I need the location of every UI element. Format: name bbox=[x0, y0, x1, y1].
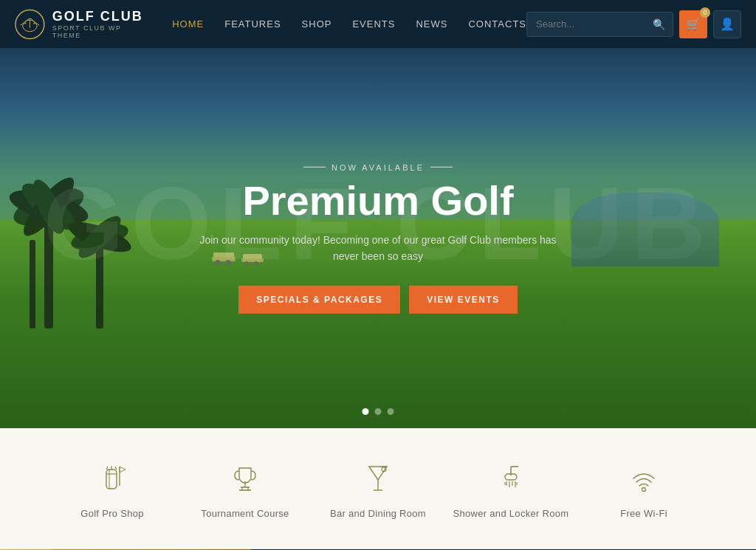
golf-bag-icon bbox=[92, 458, 133, 499]
search-input[interactable] bbox=[527, 13, 645, 35]
hero-title: Premium Golf bbox=[193, 177, 563, 223]
user-button[interactable]: 👤 bbox=[713, 10, 741, 38]
hero-section: GOLF CLUB NOW AVAILABLE Premium Golf Joi… bbox=[0, 48, 756, 428]
hero-description: Join our community today! Becoming one o… bbox=[193, 232, 563, 265]
hero-content: NOW AVAILABLE Premium Golf Join our comm… bbox=[193, 162, 563, 313]
svg-marker-26 bbox=[120, 467, 126, 472]
nav-features[interactable]: FEATURES bbox=[224, 18, 281, 30]
nav-home[interactable]: HOME bbox=[172, 18, 204, 30]
feature-golf-pro-shop[interactable]: Golf Pro Shop bbox=[46, 458, 179, 519]
logo-icon bbox=[15, 9, 45, 40]
wifi-icon bbox=[623, 458, 664, 499]
logo: GOLF CLUB SPORT CLUB WP THEME bbox=[15, 9, 150, 40]
trophy-icon bbox=[224, 458, 266, 499]
logo-text: GOLF CLUB SPORT CLUB WP THEME bbox=[52, 9, 150, 39]
feature-label-shower-locker: Shower and Locker Room bbox=[453, 508, 569, 519]
slider-dot-3[interactable] bbox=[388, 408, 394, 415]
header-right: 🔍 🛒 0 👤 bbox=[526, 10, 741, 38]
feature-label-wifi: Free Wi-Fi bbox=[620, 508, 667, 519]
nav-shop[interactable]: SHOP bbox=[302, 18, 332, 30]
specials-button[interactable]: SPECIALS & PACKAGES bbox=[238, 286, 400, 314]
nav-contacts[interactable]: CONTACTS bbox=[468, 18, 526, 30]
features-section: Golf Pro Shop Tournament Course bbox=[0, 428, 756, 549]
svg-rect-5 bbox=[30, 240, 35, 329]
search-button[interactable]: 🔍 bbox=[645, 13, 673, 36]
svg-line-29 bbox=[115, 467, 117, 470]
nav-events[interactable]: EVENTS bbox=[352, 18, 395, 30]
nav-news[interactable]: NEWS bbox=[416, 18, 447, 30]
search-box: 🔍 bbox=[526, 12, 673, 37]
cart-badge: 0 bbox=[700, 7, 710, 18]
hero-buttons: SPECIALS & PACKAGES VIEW EVENTS bbox=[193, 286, 563, 314]
slider-dot-2[interactable] bbox=[375, 408, 382, 415]
main-nav: HOME FEATURES SHOP EVENTS NEWS CONTACTS bbox=[172, 18, 526, 30]
user-icon: 👤 bbox=[720, 17, 735, 31]
logo-title: GOLF CLUB bbox=[52, 9, 150, 24]
hero-label: NOW AVAILABLE bbox=[193, 162, 563, 171]
slider-dot-1[interactable] bbox=[362, 408, 369, 415]
svg-point-48 bbox=[642, 488, 646, 492]
feature-wifi[interactable]: Free Wi-Fi bbox=[577, 458, 710, 519]
feature-label-bar-dining: Bar and Dining Room bbox=[330, 508, 426, 519]
cocktail-icon bbox=[357, 458, 399, 499]
shower-icon bbox=[490, 458, 532, 499]
feature-label-tournament-course: Tournament Course bbox=[201, 508, 289, 519]
slider-dots bbox=[362, 408, 394, 415]
cart-button[interactable]: 🛒 0 bbox=[679, 10, 707, 38]
palm-trees bbox=[0, 92, 162, 329]
logo-subtitle: SPORT CLUB WP THEME bbox=[52, 24, 150, 39]
cart-icon: 🛒 bbox=[686, 17, 701, 31]
feature-label-golf-pro-shop: Golf Pro Shop bbox=[80, 508, 144, 519]
feature-tournament-course[interactable]: Tournament Course bbox=[179, 458, 312, 519]
svg-rect-22 bbox=[106, 470, 117, 489]
feature-shower-locker[interactable]: Shower and Locker Room bbox=[444, 458, 577, 519]
lake bbox=[571, 193, 719, 267]
svg-line-27 bbox=[106, 467, 108, 470]
feature-bar-dining[interactable]: Bar and Dining Room bbox=[312, 458, 444, 519]
svg-rect-4 bbox=[96, 240, 103, 329]
header: GOLF CLUB SPORT CLUB WP THEME HOME FEATU… bbox=[0, 0, 756, 48]
events-button[interactable]: VIEW EVENTS bbox=[409, 286, 518, 314]
